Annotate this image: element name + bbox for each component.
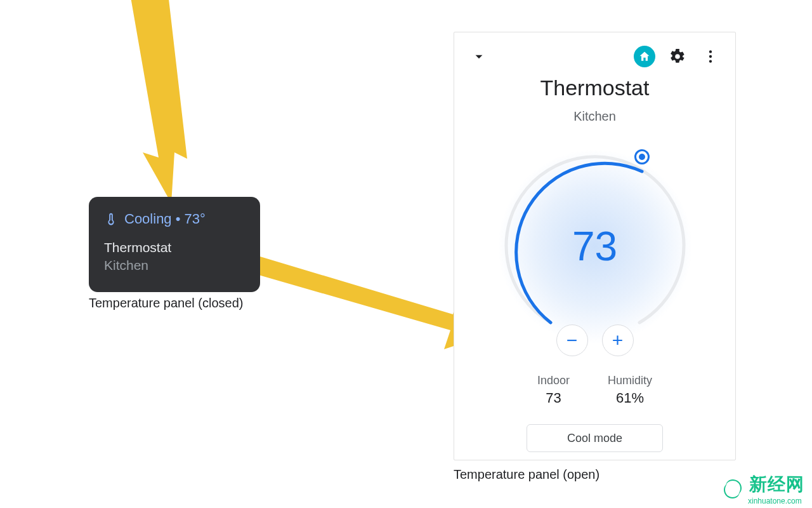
more-vert-icon xyxy=(702,48,719,65)
settings-button[interactable] xyxy=(667,46,688,67)
thermostat-chip-closed[interactable]: Cooling • 73° Thermostat Kitchen xyxy=(89,197,260,292)
home-button[interactable] xyxy=(634,46,655,67)
caption-closed: Temperature panel (closed) xyxy=(89,296,243,311)
overflow-menu-button[interactable] xyxy=(700,46,721,67)
svg-point-3 xyxy=(709,55,712,58)
svg-marker-0 xyxy=(130,0,187,203)
closed-status-row: Cooling • 73° xyxy=(104,211,245,227)
temp-up-button[interactable]: + xyxy=(602,324,634,356)
collapse-button[interactable] xyxy=(468,46,490,67)
open-title: Thermostat xyxy=(468,76,721,100)
mode-button[interactable]: Cool mode xyxy=(527,424,663,452)
open-room: Kitchen xyxy=(468,109,721,124)
watermark-swirl-icon xyxy=(721,478,744,500)
set-temperature: 73 xyxy=(497,148,693,345)
thermostat-panel-open: Thermostat Kitchen 73 − + Indoor 73 Humi… xyxy=(454,32,736,460)
stats-row: Indoor 73 Humidity 61% xyxy=(468,374,721,406)
closed-status-text: Cooling • 73° xyxy=(124,211,206,227)
open-top-bar xyxy=(468,44,721,69)
source-watermark: 新经网 xinhuatone.com xyxy=(721,472,804,505)
indoor-stat: Indoor 73 xyxy=(537,374,570,406)
temperature-dial[interactable]: 73 − + xyxy=(497,148,693,345)
svg-point-4 xyxy=(709,60,712,62)
arrow-to-closed xyxy=(105,0,232,203)
thermometer-icon xyxy=(104,212,118,226)
svg-point-2 xyxy=(709,50,712,53)
closed-room-name: Kitchen xyxy=(104,258,245,273)
watermark-en: xinhuatone.com xyxy=(748,497,804,505)
watermark-cn: 新经网 xyxy=(749,472,804,497)
indoor-value: 73 xyxy=(537,390,570,406)
temp-down-button[interactable]: − xyxy=(556,324,588,356)
humidity-value: 61% xyxy=(608,390,652,406)
home-icon xyxy=(638,50,651,63)
caption-open: Temperature panel (open) xyxy=(454,467,599,482)
closed-device-name: Thermostat xyxy=(104,240,245,255)
humidity-label: Humidity xyxy=(608,374,652,387)
dial-knob[interactable] xyxy=(634,149,650,164)
humidity-stat: Humidity 61% xyxy=(608,374,652,406)
chevron-down-icon xyxy=(471,48,487,65)
gear-icon xyxy=(669,48,686,65)
indoor-label: Indoor xyxy=(537,374,570,387)
